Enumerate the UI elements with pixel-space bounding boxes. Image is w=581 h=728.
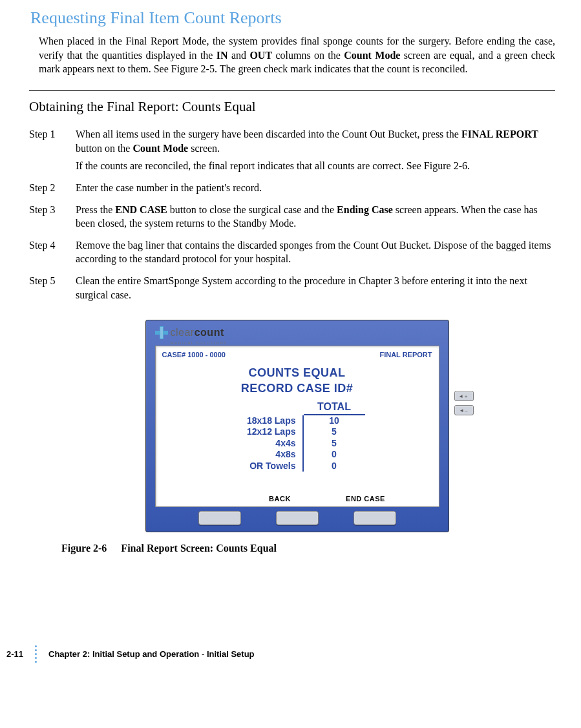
table-row: 4x8s 0	[229, 449, 365, 461]
mode-label: FINAL REPORT	[379, 350, 432, 360]
step-label: Step 4	[29, 238, 76, 266]
step-body: When all items used in the surgery have …	[76, 127, 555, 173]
intro-paragraph: When placed in the Final Report Mode, th…	[39, 34, 555, 76]
item-total: 5	[304, 438, 365, 450]
step-body: Enter the case number in the patient's r…	[76, 181, 555, 195]
text: When all items used in the surgery have …	[76, 129, 461, 140]
item-name: OR Towels	[229, 461, 304, 472]
step-3: Step 3 Press the END CASE button to clos…	[29, 203, 555, 231]
text: Remove the bag liner that contains the d…	[76, 240, 551, 265]
step-label: Step 5	[29, 274, 76, 302]
figure-number: Figure 2-6	[61, 543, 107, 554]
footer-text: Chapter 2: Initial Setup and Operation -…	[48, 649, 255, 660]
lcd-table: TOTAL 18x18 Laps 10 12x12 Laps 5 4x4s 5	[229, 400, 365, 472]
table-row: 18x18 Laps 10	[229, 415, 365, 427]
text: button to close the surgical case and th…	[167, 204, 337, 215]
step-label: Step 2	[29, 181, 76, 195]
physical-button-left[interactable]	[198, 511, 241, 525]
physical-button-end-case[interactable]	[354, 511, 396, 525]
item-total: 5	[304, 426, 365, 438]
subsection-heading: Obtaining the Final Report: Counts Equal	[29, 98, 555, 116]
step-body: Press the END CASE button to close the s…	[76, 203, 555, 231]
volume-buttons: ◂ + ◂ –	[454, 391, 474, 415]
step-list: Step 1 When all items used in the surger…	[29, 127, 555, 302]
item-name: 18x18 Laps	[229, 415, 304, 427]
figure-title: Final Report Screen: Counts Equal	[121, 543, 277, 554]
item-name: 4x4s	[229, 438, 304, 450]
text: button on the	[76, 143, 132, 154]
text: Clean the entire SmartSponge System acco…	[76, 275, 527, 300]
step-2: Step 2 Enter the case number in the pati…	[29, 181, 555, 195]
soft-label-back: BACK	[269, 494, 291, 504]
text: screen.	[188, 143, 220, 154]
lcd-header: CASE# 1000 - 0000 FINAL REPORT	[162, 350, 432, 360]
footer-chapter: Chapter 2: Initial Setup and Operation	[48, 649, 199, 659]
bold-end-case: END CASE	[115, 204, 167, 215]
item-name: 12x12 Laps	[229, 426, 304, 438]
physical-button-back[interactable]	[276, 511, 319, 525]
brand-row: clearcount	[155, 326, 439, 340]
brand-subtitle: MEDICAL SOLUTIONS	[171, 340, 439, 346]
step-label: Step 1	[29, 127, 76, 173]
footer-section: Initial Setup	[207, 649, 255, 659]
footer-sep: -	[199, 649, 207, 659]
step-5: Step 5 Clean the entire SmartSponge Syst…	[29, 274, 555, 302]
lcd-screen: CASE# 1000 - 0000 FINAL REPORT COUNTS EQ…	[155, 346, 439, 507]
section-heading: Requesting Final Item Count Reports	[30, 6, 555, 29]
bold-final-report: FINAL REPORT	[461, 129, 538, 140]
figure-2-6: clearcount MEDICAL SOLUTIONS CASE# 1000 …	[39, 320, 555, 555]
item-total: 10	[304, 415, 365, 427]
page-footer: 2-11 Chapter 2: Initial Setup and Operat…	[39, 645, 555, 663]
figure-caption: Figure 2-6Final Report Screen: Counts Eq…	[61, 541, 277, 556]
table-row: OR Towels 0	[229, 461, 365, 472]
item-total: 0	[304, 461, 365, 472]
physical-buttons	[155, 507, 439, 525]
bold-count-mode: Count Mode	[344, 50, 400, 61]
table-row: 4x4s 5	[229, 438, 365, 450]
bold-count-mode: Count Mode	[132, 143, 188, 154]
step-4: Step 4 Remove the bag liner that contain…	[29, 238, 555, 266]
case-number: CASE# 1000 - 0000	[162, 350, 226, 360]
brand-count: count	[195, 327, 224, 338]
brand-clear: clear	[171, 327, 195, 338]
logo-icon	[155, 326, 168, 339]
bold-ending-case: Ending Case	[337, 204, 393, 215]
text: columns on the	[272, 50, 344, 61]
item-total: 0	[304, 449, 365, 461]
lcd-title-record-case: RECORD CASE ID#	[162, 380, 432, 396]
lcd-soft-labels: X BACK END CASE	[156, 494, 439, 504]
step-body: Clean the entire SmartSponge System acco…	[76, 274, 555, 302]
svg-rect-0	[160, 327, 163, 338]
step-1: Step 1 When all items used in the surger…	[29, 127, 555, 173]
text: and	[228, 50, 250, 61]
page-number: 2-11	[6, 649, 36, 660]
step-label: Step 3	[29, 203, 76, 231]
total-header: TOTAL	[304, 400, 365, 415]
table-row: 12x12 Laps 5	[229, 426, 365, 438]
volume-up-button[interactable]: ◂ +	[454, 391, 474, 401]
item-name: 4x8s	[229, 449, 304, 461]
text: Enter the case number in the patient's r…	[76, 182, 262, 193]
lcd-title-counts-equal: COUNTS EQUAL	[162, 365, 432, 380]
footer-dots-icon	[35, 645, 37, 663]
device-frame: clearcount MEDICAL SOLUTIONS CASE# 1000 …	[145, 320, 449, 532]
brand-text: clearcount	[171, 326, 224, 340]
bold-out: OUT	[249, 50, 272, 61]
divider	[29, 90, 555, 91]
soft-label-end-case: END CASE	[346, 494, 385, 504]
lcd-table-header: TOTAL	[229, 400, 365, 415]
text: Press the	[76, 204, 115, 215]
step-subtext: If the counts are reconciled, the final …	[76, 159, 555, 173]
step-body: Remove the bag liner that contains the d…	[76, 238, 555, 266]
bold-in: IN	[217, 50, 228, 61]
volume-down-button[interactable]: ◂ –	[454, 405, 474, 415]
